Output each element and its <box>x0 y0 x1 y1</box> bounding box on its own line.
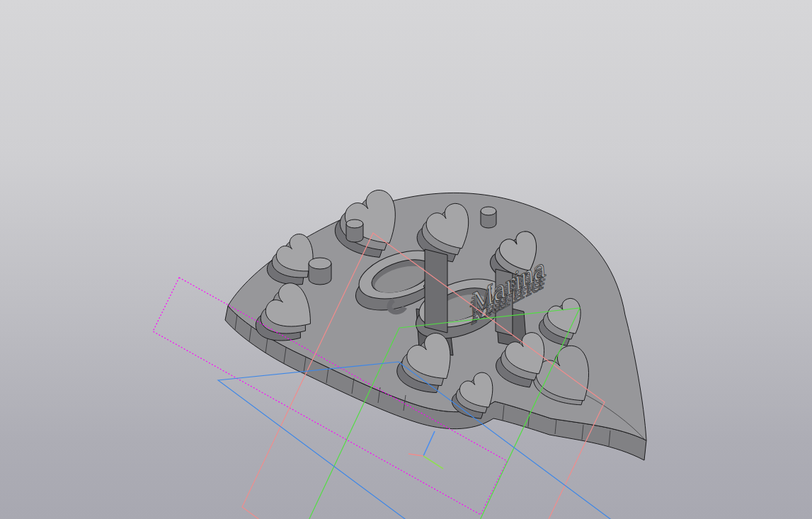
triad-z-axis <box>423 431 435 456</box>
model-heart-plaque: Marina Marina Marina Marina <box>225 185 646 460</box>
origin-triad <box>408 431 443 469</box>
triad-y-axis <box>423 456 443 469</box>
cylinder <box>481 207 496 228</box>
cylinder <box>309 258 331 285</box>
prism-column <box>425 249 447 333</box>
cylinder <box>346 219 363 242</box>
cad-scene-3d[interactable]: Marina Marina Marina Marina <box>0 0 812 519</box>
triad-x-axis <box>408 454 423 456</box>
cad-viewport[interactable]: Marina Marina Marina Marina <box>0 0 812 519</box>
